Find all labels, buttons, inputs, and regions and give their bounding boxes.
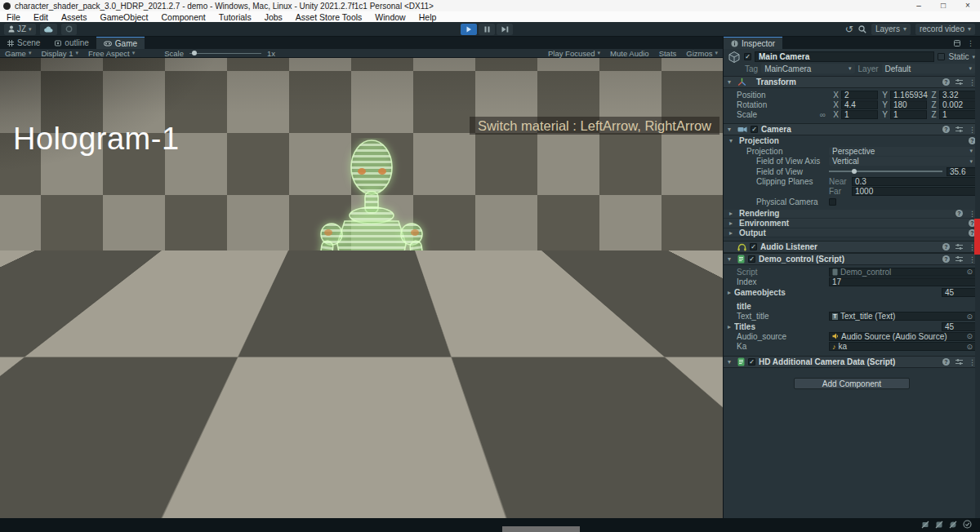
object-picker-icon[interactable]: ⊙	[966, 313, 973, 321]
camera-enabled-checkbox[interactable]: ✓	[751, 126, 758, 133]
audio-listener-checkbox[interactable]: ✓	[750, 243, 757, 250]
foldout-icon[interactable]: ▾	[728, 358, 734, 366]
help-icon[interactable]: ?	[942, 243, 950, 250]
tag-dropdown[interactable]: MainCamera ▾	[761, 64, 854, 73]
menu-component[interactable]: Component	[154, 12, 212, 22]
presets-icon[interactable]	[956, 358, 963, 366]
layers-dropdown[interactable]: Layers ▾	[871, 24, 911, 35]
tab-outline[interactable]: outline	[47, 37, 96, 49]
near-field[interactable]: 0.3	[852, 177, 976, 186]
presets-icon[interactable]	[956, 126, 963, 133]
help-icon[interactable]: ?	[942, 78, 950, 86]
far-field[interactable]: 1000	[852, 187, 976, 196]
search-icon[interactable]	[858, 25, 866, 33]
fov-value-field[interactable]: 35.6	[947, 167, 976, 176]
settings-button[interactable]	[61, 24, 77, 35]
position-x-field[interactable]: 2	[841, 91, 878, 100]
game-mode-dropdown[interactable]: Game ▾	[0, 49, 36, 58]
scale-z-field[interactable]: 1	[939, 110, 976, 119]
menu-jobs[interactable]: Jobs	[258, 12, 289, 22]
menu-asset-store-tools[interactable]: Asset Store Tools	[289, 12, 369, 22]
menu-help[interactable]: Help	[412, 12, 443, 22]
close-button[interactable]: ×	[956, 0, 980, 11]
menu-tutorials[interactable]: Tutorials	[212, 12, 258, 22]
cloud-button[interactable]	[40, 24, 57, 35]
stats-button[interactable]: Stats	[654, 49, 682, 58]
aspect-dropdown[interactable]: Free Aspect ▾	[83, 49, 140, 58]
gameobjects-count-field[interactable]: 45	[942, 288, 976, 297]
gameobject-name-field[interactable]: Main Camera	[755, 51, 934, 62]
presets-icon[interactable]	[956, 255, 963, 263]
foldout-icon[interactable]: ▸	[728, 323, 734, 330]
game-viewport[interactable]: Hologram-1 Switch material : LeftArrow, …	[0, 58, 723, 518]
position-y-field[interactable]: 1.165934	[890, 91, 927, 100]
minimize-button[interactable]: –	[906, 0, 931, 11]
foldout-icon[interactable]: ▸	[728, 289, 734, 296]
foldout-icon[interactable]: ▾	[728, 78, 734, 86]
console-error-muted-icon[interactable]	[949, 521, 957, 529]
restore-button[interactable]: □	[931, 0, 956, 11]
audio-source-field[interactable]: Audio Source (Audio Source) ⊙	[829, 332, 976, 341]
foldout-icon[interactable]: ▸	[729, 229, 736, 237]
object-picker-icon[interactable]: ⊙	[966, 332, 973, 340]
presets-icon[interactable]	[956, 243, 963, 250]
notification-muted-icon[interactable]	[921, 521, 929, 529]
display-dropdown[interactable]: Display 1 ▾	[36, 49, 83, 58]
menu-gameobject[interactable]: GameObject	[94, 12, 155, 22]
layer-dropdown[interactable]: Default ▾	[882, 64, 975, 73]
titles-row[interactable]: ▸ Titles 45	[724, 321, 980, 331]
kebab-menu-icon[interactable]: ⋮	[967, 39, 974, 47]
fov-slider[interactable]	[829, 167, 942, 176]
foldout-icon[interactable]: ▾	[728, 126, 734, 133]
play-focused-dropdown[interactable]: Play Focused ▾	[543, 49, 605, 58]
hd-camera-data-checkbox[interactable]: ✓	[748, 358, 755, 366]
scale-slider-knob[interactable]	[192, 51, 197, 55]
layout-icon[interactable]	[954, 40, 960, 47]
layout-dropdown[interactable]: record video ▾	[915, 24, 975, 35]
next-material-arrow[interactable]: >	[703, 484, 716, 507]
foldout-icon[interactable]: ▾	[728, 255, 734, 263]
menu-assets[interactable]: Assets	[55, 12, 94, 22]
projection-dropdown[interactable]: Perspective ▾	[829, 147, 976, 156]
rotation-x-field[interactable]: 4.4	[841, 100, 878, 109]
scale-y-field[interactable]: 1	[890, 110, 927, 119]
fov-axis-dropdown[interactable]: Vertical ▾	[829, 157, 976, 166]
console-warning-muted-icon[interactable]	[935, 521, 943, 529]
help-icon[interactable]: ?	[956, 210, 963, 217]
foldout-icon[interactable]: ▾	[729, 137, 736, 144]
gameobject-active-checkbox[interactable]: ✓	[744, 53, 751, 60]
rendering-foldout[interactable]: ▸ Rendering ?⋮	[724, 210, 980, 219]
pause-button[interactable]	[479, 24, 495, 35]
hd-camera-data-header[interactable]: ▾ ✓ HD Additional Camera Data (Script) ?…	[724, 356, 980, 368]
help-icon[interactable]: ?	[942, 358, 950, 366]
camera-header[interactable]: ▾ ✓ Camera ? ⋮	[724, 123, 980, 135]
output-foldout[interactable]: ▸ Output ?	[724, 228, 980, 238]
help-icon[interactable]: ?	[942, 126, 950, 133]
gameobjects-row[interactable]: ▸ Gameobjects 45	[724, 287, 980, 297]
mute-audio-button[interactable]: Mute Audio	[605, 49, 654, 58]
menu-edit[interactable]: Edit	[27, 12, 55, 22]
account-button[interactable]: JZ ▾	[4, 24, 36, 35]
step-button[interactable]	[497, 24, 513, 35]
foldout-icon[interactable]: ▸	[729, 219, 736, 227]
gizmos-dropdown[interactable]: Gizmos ▾	[681, 49, 723, 58]
scale-x-field[interactable]: 1	[841, 110, 878, 119]
link-scale-icon[interactable]: ∞	[820, 110, 826, 119]
environment-foldout[interactable]: ▸ Environment ?	[724, 219, 980, 228]
demo-control-header[interactable]: ▾ ✓ Demo_control (Script) ? ⋮	[724, 253, 980, 265]
audio-listener-header[interactable]: ✓ Audio Listener ? ⋮	[724, 241, 980, 253]
play-button[interactable]	[461, 24, 477, 35]
object-picker-icon[interactable]: ⊙	[966, 268, 973, 276]
static-checkbox[interactable]	[938, 53, 945, 60]
inspector-scrollbar[interactable]	[975, 49, 980, 518]
object-picker-icon[interactable]: ⊙	[966, 343, 973, 351]
rotation-z-field[interactable]: 0.002	[939, 100, 976, 109]
physical-camera-checkbox[interactable]	[829, 198, 836, 206]
add-component-button[interactable]: Add Component	[794, 378, 910, 389]
help-icon[interactable]: ?	[942, 255, 950, 263]
index-field[interactable]: 17	[829, 277, 976, 286]
rotation-y-field[interactable]: 180	[890, 100, 927, 109]
undo-history-icon[interactable]: ↺	[845, 24, 853, 35]
menu-window[interactable]: Window	[368, 12, 412, 22]
scale-slider[interactable]	[189, 53, 261, 54]
